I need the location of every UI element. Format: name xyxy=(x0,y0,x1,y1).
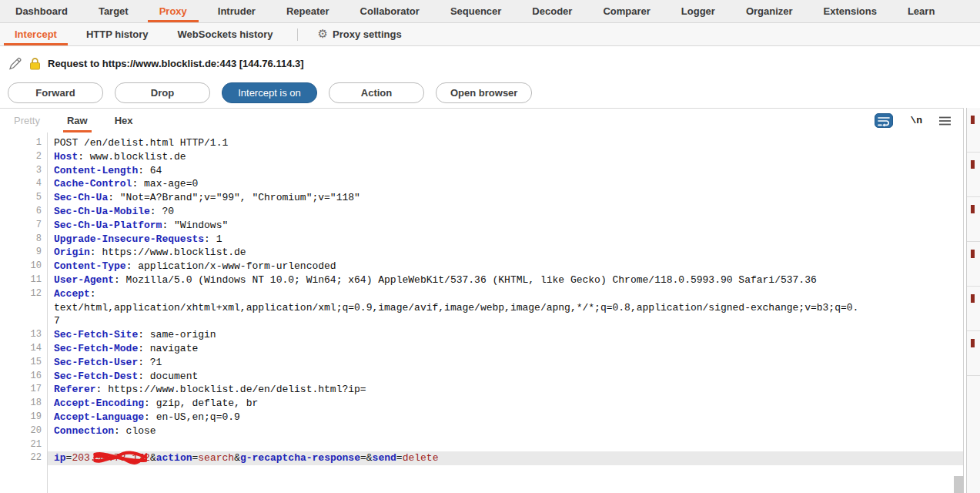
code-line-12[interactable]: 12Accept: xyxy=(0,287,963,301)
tab-intruder[interactable]: Intruder xyxy=(202,0,271,22)
request-info-bar: Request to https://www.blocklist.de:443 … xyxy=(0,46,980,80)
drop-button[interactable]: Drop xyxy=(115,82,210,103)
code-line-9[interactable]: 9Origin: https://www.blocklist.de xyxy=(0,246,963,260)
line-content: Sec-Fetch-User: ?1 xyxy=(47,356,963,370)
line-number: 5 xyxy=(0,191,47,205)
line-content: Sec-Fetch-Dest: document xyxy=(47,370,963,384)
inspector-collapsed-section[interactable] xyxy=(967,153,980,197)
tab-collaborator[interactable]: Collaborator xyxy=(345,0,435,22)
line-number: 22 xyxy=(0,451,47,465)
line-content: Content-Length: 64 xyxy=(47,164,963,178)
message-editor: PrettyRawHex \n 1POST xyxy=(0,108,964,493)
line-content: Accept-Language: en-US,en;q=0.9 xyxy=(47,411,963,424)
code-line-14[interactable]: 14Sec-Fetch-Mode: navigate xyxy=(0,342,963,356)
line-number: 14 xyxy=(0,342,47,356)
line-number: 2 xyxy=(0,150,47,164)
forward-button[interactable]: Forward xyxy=(8,82,103,103)
code-line-6[interactable]: 6Sec-Ch-Ua-Mobile: ?0 xyxy=(0,205,963,219)
line-number: 3 xyxy=(0,164,47,178)
editor-tab-raw[interactable]: Raw xyxy=(67,109,88,132)
tab-repeater[interactable]: Repeater xyxy=(271,0,345,22)
editor-toolbar: PrettyRawHex \n xyxy=(0,109,963,132)
tab-organizer[interactable]: Organizer xyxy=(731,0,808,22)
line-content: Content-Type: application/x-www-form-url… xyxy=(47,260,963,273)
line-content: Sec-Ch-Ua-Mobile: ?0 xyxy=(47,205,963,219)
line-number: 1 xyxy=(0,136,47,150)
line-number: 8 xyxy=(0,233,47,246)
tab-decoder[interactable]: Decoder xyxy=(517,0,587,22)
line-number: 6 xyxy=(0,205,47,219)
code-line-13[interactable]: 13Sec-Fetch-Site: same-origin xyxy=(0,328,963,342)
sub-tab-proxy-settings[interactable]: ⚙ Proxy settings xyxy=(307,23,413,45)
line-number: 11 xyxy=(0,273,47,287)
code-line-3[interactable]: 3Content-Length: 64 xyxy=(0,164,963,178)
inspector-collapsed-section[interactable] xyxy=(967,287,980,331)
sub-tabs: InterceptHTTP historyWebSockets history xyxy=(0,23,288,45)
action-button[interactable]: Action xyxy=(329,82,424,103)
code-line-7[interactable]: 7Sec-Ch-Ua-Platform: "Windows" xyxy=(0,219,963,233)
line-content: User-Agent: Mozilla/5.0 (Windows NT 10.0… xyxy=(47,273,963,287)
tab-dashboard[interactable]: Dashboard xyxy=(0,0,83,22)
code-line-19[interactable]: 19Accept-Language: en-US,en;q=0.9 xyxy=(0,411,963,424)
request-editor[interactable]: 1POST /en/delist.html HTTP/1.12Host: www… xyxy=(0,132,963,493)
code-line-15[interactable]: 15Sec-Fetch-User: ?1 xyxy=(0,356,963,370)
line-content: Referer: https://www.blocklist.de/en/del… xyxy=(47,383,963,397)
main-tab-bar: DashboardTargetProxyIntruderRepeaterColl… xyxy=(0,0,980,23)
line-content: Sec-Ch-Ua: "Not=A?Brand";v="99", "Chromi… xyxy=(47,191,963,205)
tab-proxy[interactable]: Proxy xyxy=(144,0,202,22)
tab-logger[interactable]: Logger xyxy=(666,0,731,22)
code-line-8[interactable]: 8Upgrade-Insecure-Requests: 1 xyxy=(0,233,963,246)
line-content: Accept-Encoding: gzip, deflate, br xyxy=(47,397,963,411)
proxy-sub-tab-bar: InterceptHTTP historyWebSockets history … xyxy=(0,23,980,46)
line-number: 20 xyxy=(0,424,47,438)
code-line-10[interactable]: 10Content-Type: application/x-www-form-u… xyxy=(0,260,963,273)
editor-tab-hex[interactable]: Hex xyxy=(115,109,133,132)
code-line-wrap[interactable]: text/html,application/xhtml+xml,applicat… xyxy=(0,301,963,315)
menu-icon[interactable] xyxy=(939,116,951,126)
open-browser-button[interactable]: Open browser xyxy=(436,82,532,103)
code-line-wrap[interactable]: 7 xyxy=(0,314,963,328)
tab-target[interactable]: Target xyxy=(83,0,144,22)
code-line-18[interactable]: 18Accept-Encoding: gzip, deflate, br xyxy=(0,397,963,411)
line-content: Sec-Ch-Ua-Platform: "Windows" xyxy=(47,219,963,233)
tab-comparer[interactable]: Comparer xyxy=(587,0,665,22)
code-line-20[interactable]: 20Connection: close xyxy=(0,424,963,438)
line-content: Accept: xyxy=(47,287,963,301)
line-number: 21 xyxy=(0,438,47,452)
inspector-collapsed-section[interactable] xyxy=(967,242,980,287)
line-content: Origin: https://www.blocklist.de xyxy=(47,246,963,260)
editor-toolbar-icons: \n xyxy=(875,113,951,128)
newline-icon[interactable]: \n xyxy=(910,115,922,126)
tab-extensions[interactable]: Extensions xyxy=(808,0,892,22)
line-number xyxy=(0,314,47,328)
code-line-17[interactable]: 17Referer: https://www.blocklist.de/en/d… xyxy=(0,383,963,397)
line-content: ip=203.98.78.172&action=search&g-recaptc… xyxy=(47,451,963,465)
action-button-bar: ForwardDropIntercept is onActionOpen bro… xyxy=(0,80,980,106)
editor-view-tabs: PrettyRawHex xyxy=(14,109,160,132)
sub-tab-intercept[interactable]: Intercept xyxy=(0,23,72,45)
inspector-collapsed-section[interactable] xyxy=(967,197,980,242)
word-wrap-icon[interactable] xyxy=(875,113,893,128)
tab-sequencer[interactable]: Sequencer xyxy=(435,0,517,22)
line-content xyxy=(47,438,963,452)
editor-tab-pretty[interactable]: Pretty xyxy=(14,109,40,132)
code-line-2[interactable]: 2Host: www.blocklist.de xyxy=(0,150,963,164)
tab-learn[interactable]: Learn xyxy=(892,0,950,22)
line-content: Connection: close xyxy=(47,424,963,438)
code-line-5[interactable]: 5Sec-Ch-Ua: "Not=A?Brand";v="99", "Chrom… xyxy=(0,191,963,205)
code-line-22[interactable]: 22ip=203.98.78.172&action=search&g-recap… xyxy=(0,451,963,465)
redaction-scribble: 98.78.17 xyxy=(96,451,144,465)
intercept-is-on-button[interactable]: Intercept is on xyxy=(222,82,317,103)
code-line-4[interactable]: 4Cache-Control: max-age=0 xyxy=(0,177,963,191)
sub-tab-websockets-history[interactable]: WebSockets history xyxy=(163,23,288,45)
gear-icon: ⚙ xyxy=(318,29,328,40)
code-line-11[interactable]: 11User-Agent: Mozilla/5.0 (Windows NT 10… xyxy=(0,273,963,287)
line-number: 4 xyxy=(0,177,47,191)
code-line-1[interactable]: 1POST /en/delist.html HTTP/1.1 xyxy=(0,136,963,150)
code-line-16[interactable]: 16Sec-Fetch-Dest: document xyxy=(0,370,963,384)
inspector-collapsed-section[interactable] xyxy=(967,108,980,153)
sub-tab-http-history[interactable]: HTTP history xyxy=(72,23,163,45)
line-number: 13 xyxy=(0,328,47,342)
inspector-collapsed-section[interactable] xyxy=(967,331,980,376)
line-content: Sec-Fetch-Mode: navigate xyxy=(47,342,963,356)
